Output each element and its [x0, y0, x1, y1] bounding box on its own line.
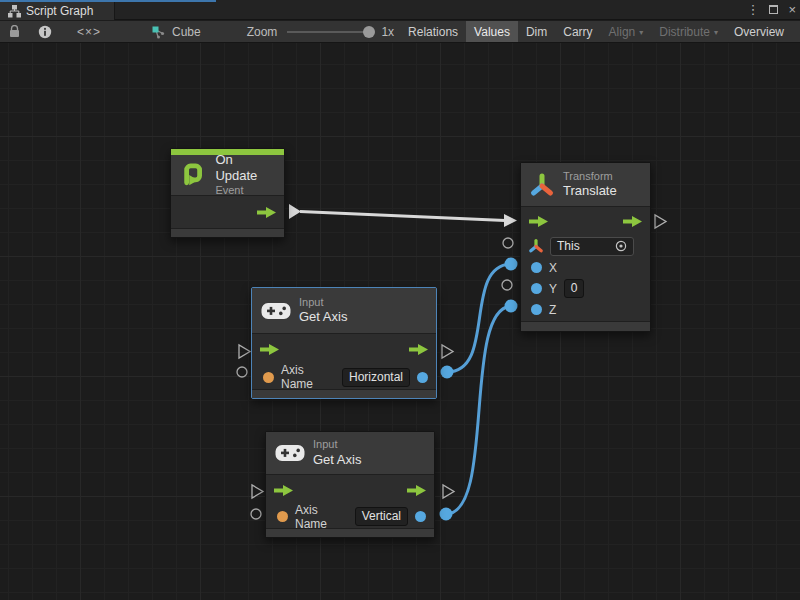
window-controls: ⋮ ×: [746, 2, 796, 18]
align-button[interactable]: Align ▾: [601, 21, 652, 42]
port-axis-name-label: Axis Name: [295, 503, 348, 531]
flow-output-port[interactable]: [655, 215, 666, 228]
flow-input-port[interactable]: [239, 345, 250, 358]
relations-button[interactable]: Relations: [400, 21, 466, 42]
flow-wire-arrowhead: [504, 214, 517, 227]
value-input-port-target[interactable]: [503, 238, 513, 248]
value-wire-horizontal-to-x[interactable]: [447, 264, 512, 372]
port-y-value-field[interactable]: 0: [564, 279, 584, 298]
node-type-label: Input: [313, 438, 361, 452]
value-input-port-axis-name[interactable]: [237, 367, 247, 377]
transform-icon-small: [529, 239, 543, 253]
graph-asset-icon: [151, 25, 166, 39]
window-menu-icon[interactable]: ⋮: [746, 2, 759, 18]
node-title: Translate: [563, 183, 617, 199]
axis-name-value-field[interactable]: Vertical: [355, 507, 408, 526]
node-translate[interactable]: Transform Translate This: [520, 162, 651, 332]
value-input-port-z[interactable]: [505, 300, 518, 313]
maximize-icon[interactable]: [769, 2, 778, 18]
transform-icon: [529, 172, 555, 198]
zoom-slider-track[interactable]: [287, 31, 373, 33]
value-output-port[interactable]: [441, 366, 454, 379]
flow-input-port[interactable]: [252, 485, 263, 498]
value-input-port-y[interactable]: [502, 280, 512, 290]
flow-arrow-out[interactable]: [257, 206, 276, 219]
distribute-button[interactable]: Distribute ▾: [651, 21, 726, 42]
code-view-icon: <×>: [77, 25, 101, 39]
flow-output-port[interactable]: [442, 345, 453, 358]
node-get-axis-vertical[interactable]: Input Get Axis Axis Name Vertical: [265, 431, 435, 538]
flow-port-connected-marker[interactable]: [289, 204, 301, 219]
dropdown-arrow-icon: ▾: [714, 28, 718, 37]
graph-target-label: Cube: [172, 25, 201, 39]
lock-icon: [9, 25, 20, 38]
port-z[interactable]: [531, 304, 542, 315]
flow-arrow-out[interactable]: [623, 215, 642, 228]
axis-name-value-field[interactable]: Horizontal: [342, 368, 410, 387]
tab-title: Script Graph: [26, 4, 93, 18]
graph-target-button[interactable]: Cube: [143, 21, 209, 42]
object-picker-icon[interactable]: [615, 240, 627, 252]
code-view-button[interactable]: <×>: [61, 21, 117, 42]
flow-arrow-in[interactable]: [260, 343, 279, 356]
value-output-port[interactable]: [440, 508, 453, 521]
zoom-value: 1x: [379, 21, 400, 42]
overview-button[interactable]: Overview: [726, 21, 792, 42]
gamepad-icon: [275, 443, 305, 463]
node-footer: [266, 528, 434, 537]
close-icon[interactable]: ×: [788, 2, 796, 18]
flow-wire[interactable]: [300, 212, 505, 221]
value-input-port-axis-name[interactable]: [251, 509, 261, 519]
info-button[interactable]: [29, 21, 61, 42]
port-y[interactable]: [531, 283, 542, 294]
port-x[interactable]: [531, 262, 542, 273]
value-wire-vertical-to-z[interactable]: [446, 306, 512, 514]
value-input-port-x[interactable]: [505, 258, 518, 271]
values-button[interactable]: Values: [466, 21, 518, 42]
port-z-label: Z: [549, 303, 556, 317]
gamepad-icon: [261, 301, 291, 321]
flow-arrow-in[interactable]: [274, 484, 293, 497]
graph-tab-icon: [8, 5, 21, 18]
port-x-label: X: [549, 261, 557, 275]
port-result[interactable]: [415, 511, 426, 522]
node-title: Get Axis: [299, 309, 347, 325]
node-type-label: Input: [299, 296, 347, 310]
flow-arrow-out[interactable]: [407, 484, 426, 497]
dropdown-arrow-icon: ▾: [639, 28, 643, 37]
zoom-label: Zoom: [243, 21, 282, 42]
dim-button[interactable]: Dim: [518, 21, 555, 42]
flow-arrow-in[interactable]: [529, 215, 548, 228]
graph-toolbar: <×> Cube Zoom 1x Relations Values Dim Ca…: [0, 21, 800, 43]
info-icon: [38, 25, 52, 39]
full-screen-button[interactable]: Full Screen: [792, 21, 800, 42]
port-y-label: Y: [549, 282, 557, 296]
node-title: Get Axis: [313, 452, 361, 468]
target-object-field[interactable]: This: [550, 237, 634, 256]
script-graph-window: Script Graph ⋮ × <×>: [0, 0, 800, 600]
zoom-slider[interactable]: [281, 21, 379, 42]
graph-canvas[interactable]: On Update Event: [0, 43, 800, 600]
node-get-axis-horizontal[interactable]: Input Get Axis Axis Name Horizontal: [251, 287, 437, 399]
target-object-value: This: [557, 239, 580, 254]
port-axis-name[interactable]: [277, 511, 288, 522]
port-axis-name-label: Axis Name: [281, 363, 335, 391]
tab-bar: Script Graph ⋮ ×: [0, 0, 800, 20]
update-loop-icon: [178, 160, 207, 190]
port-axis-name[interactable]: [263, 372, 274, 383]
node-on-update[interactable]: On Update Event: [170, 148, 285, 238]
zoom-slider-knob[interactable]: [363, 26, 375, 38]
flow-output-port[interactable]: [443, 485, 454, 498]
node-footer: [171, 228, 284, 237]
lock-button[interactable]: [0, 21, 29, 42]
node-title: On Update: [215, 152, 277, 185]
carry-button[interactable]: Carry: [555, 21, 600, 42]
tab-script-graph[interactable]: Script Graph: [0, 2, 115, 20]
node-footer: [252, 389, 436, 398]
node-footer: [521, 321, 650, 331]
flow-arrow-out[interactable]: [409, 343, 428, 356]
node-type-label: Transform: [563, 170, 617, 184]
port-result[interactable]: [417, 372, 428, 383]
